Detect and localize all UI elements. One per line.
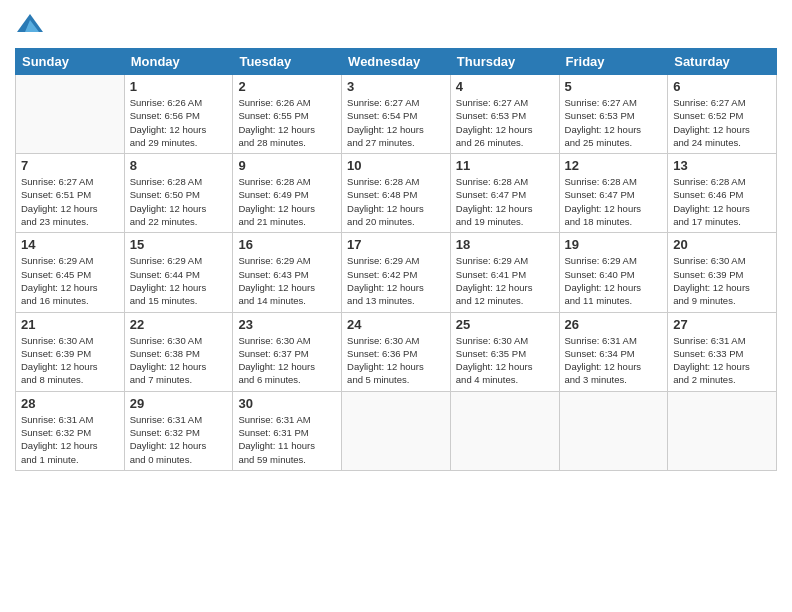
calendar-header: SundayMondayTuesdayWednesdayThursdayFrid… [16, 49, 777, 75]
day-number: 3 [347, 79, 445, 94]
day-number: 23 [238, 317, 336, 332]
calendar-cell: 16Sunrise: 6:29 AM Sunset: 6:43 PM Dayli… [233, 233, 342, 312]
logo [15, 10, 49, 40]
day-number: 25 [456, 317, 554, 332]
day-info: Sunrise: 6:30 AM Sunset: 6:38 PM Dayligh… [130, 334, 228, 387]
calendar-cell: 12Sunrise: 6:28 AM Sunset: 6:47 PM Dayli… [559, 154, 668, 233]
calendar-cell [668, 391, 777, 470]
day-number: 7 [21, 158, 119, 173]
week-row: 28Sunrise: 6:31 AM Sunset: 6:32 PM Dayli… [16, 391, 777, 470]
day-number: 29 [130, 396, 228, 411]
day-info: Sunrise: 6:29 AM Sunset: 6:44 PM Dayligh… [130, 254, 228, 307]
day-number: 27 [673, 317, 771, 332]
day-info: Sunrise: 6:30 AM Sunset: 6:39 PM Dayligh… [21, 334, 119, 387]
day-info: Sunrise: 6:30 AM Sunset: 6:36 PM Dayligh… [347, 334, 445, 387]
calendar-cell: 20Sunrise: 6:30 AM Sunset: 6:39 PM Dayli… [668, 233, 777, 312]
calendar-body: 1Sunrise: 6:26 AM Sunset: 6:56 PM Daylig… [16, 75, 777, 471]
day-number: 14 [21, 237, 119, 252]
day-info: Sunrise: 6:31 AM Sunset: 6:32 PM Dayligh… [130, 413, 228, 466]
week-row: 21Sunrise: 6:30 AM Sunset: 6:39 PM Dayli… [16, 312, 777, 391]
day-number: 19 [565, 237, 663, 252]
day-info: Sunrise: 6:31 AM Sunset: 6:34 PM Dayligh… [565, 334, 663, 387]
calendar-cell: 14Sunrise: 6:29 AM Sunset: 6:45 PM Dayli… [16, 233, 125, 312]
day-number: 1 [130, 79, 228, 94]
day-info: Sunrise: 6:29 AM Sunset: 6:40 PM Dayligh… [565, 254, 663, 307]
calendar-cell: 2Sunrise: 6:26 AM Sunset: 6:55 PM Daylig… [233, 75, 342, 154]
day-info: Sunrise: 6:31 AM Sunset: 6:33 PM Dayligh… [673, 334, 771, 387]
day-number: 28 [21, 396, 119, 411]
calendar-cell: 8Sunrise: 6:28 AM Sunset: 6:50 PM Daylig… [124, 154, 233, 233]
calendar-cell [342, 391, 451, 470]
day-number: 18 [456, 237, 554, 252]
day-info: Sunrise: 6:29 AM Sunset: 6:41 PM Dayligh… [456, 254, 554, 307]
calendar-cell: 10Sunrise: 6:28 AM Sunset: 6:48 PM Dayli… [342, 154, 451, 233]
day-info: Sunrise: 6:29 AM Sunset: 6:42 PM Dayligh… [347, 254, 445, 307]
header-friday: Friday [559, 49, 668, 75]
calendar-cell: 23Sunrise: 6:30 AM Sunset: 6:37 PM Dayli… [233, 312, 342, 391]
day-number: 5 [565, 79, 663, 94]
calendar-cell: 19Sunrise: 6:29 AM Sunset: 6:40 PM Dayli… [559, 233, 668, 312]
calendar-cell: 4Sunrise: 6:27 AM Sunset: 6:53 PM Daylig… [450, 75, 559, 154]
calendar-cell: 3Sunrise: 6:27 AM Sunset: 6:54 PM Daylig… [342, 75, 451, 154]
header-thursday: Thursday [450, 49, 559, 75]
day-number: 12 [565, 158, 663, 173]
day-number: 20 [673, 237, 771, 252]
calendar-cell: 1Sunrise: 6:26 AM Sunset: 6:56 PM Daylig… [124, 75, 233, 154]
calendar-cell: 6Sunrise: 6:27 AM Sunset: 6:52 PM Daylig… [668, 75, 777, 154]
day-info: Sunrise: 6:27 AM Sunset: 6:52 PM Dayligh… [673, 96, 771, 149]
calendar-cell [559, 391, 668, 470]
day-number: 6 [673, 79, 771, 94]
day-info: Sunrise: 6:28 AM Sunset: 6:50 PM Dayligh… [130, 175, 228, 228]
day-info: Sunrise: 6:30 AM Sunset: 6:35 PM Dayligh… [456, 334, 554, 387]
day-number: 2 [238, 79, 336, 94]
calendar: SundayMondayTuesdayWednesdayThursdayFrid… [15, 48, 777, 471]
calendar-cell: 30Sunrise: 6:31 AM Sunset: 6:31 PM Dayli… [233, 391, 342, 470]
calendar-cell: 11Sunrise: 6:28 AM Sunset: 6:47 PM Dayli… [450, 154, 559, 233]
day-info: Sunrise: 6:30 AM Sunset: 6:37 PM Dayligh… [238, 334, 336, 387]
calendar-cell: 29Sunrise: 6:31 AM Sunset: 6:32 PM Dayli… [124, 391, 233, 470]
calendar-cell: 9Sunrise: 6:28 AM Sunset: 6:49 PM Daylig… [233, 154, 342, 233]
day-number: 8 [130, 158, 228, 173]
calendar-cell: 18Sunrise: 6:29 AM Sunset: 6:41 PM Dayli… [450, 233, 559, 312]
page: SundayMondayTuesdayWednesdayThursdayFrid… [0, 0, 792, 612]
day-number: 26 [565, 317, 663, 332]
day-info: Sunrise: 6:28 AM Sunset: 6:46 PM Dayligh… [673, 175, 771, 228]
calendar-cell [16, 75, 125, 154]
day-info: Sunrise: 6:29 AM Sunset: 6:43 PM Dayligh… [238, 254, 336, 307]
day-info: Sunrise: 6:27 AM Sunset: 6:51 PM Dayligh… [21, 175, 119, 228]
calendar-cell: 27Sunrise: 6:31 AM Sunset: 6:33 PM Dayli… [668, 312, 777, 391]
calendar-cell: 7Sunrise: 6:27 AM Sunset: 6:51 PM Daylig… [16, 154, 125, 233]
header-monday: Monday [124, 49, 233, 75]
day-number: 21 [21, 317, 119, 332]
calendar-cell: 26Sunrise: 6:31 AM Sunset: 6:34 PM Dayli… [559, 312, 668, 391]
calendar-cell: 24Sunrise: 6:30 AM Sunset: 6:36 PM Dayli… [342, 312, 451, 391]
day-number: 11 [456, 158, 554, 173]
day-info: Sunrise: 6:28 AM Sunset: 6:49 PM Dayligh… [238, 175, 336, 228]
day-number: 9 [238, 158, 336, 173]
calendar-cell: 15Sunrise: 6:29 AM Sunset: 6:44 PM Dayli… [124, 233, 233, 312]
logo-icon [15, 10, 45, 40]
week-row: 7Sunrise: 6:27 AM Sunset: 6:51 PM Daylig… [16, 154, 777, 233]
day-number: 30 [238, 396, 336, 411]
day-number: 10 [347, 158, 445, 173]
calendar-cell: 25Sunrise: 6:30 AM Sunset: 6:35 PM Dayli… [450, 312, 559, 391]
day-info: Sunrise: 6:28 AM Sunset: 6:47 PM Dayligh… [565, 175, 663, 228]
day-info: Sunrise: 6:28 AM Sunset: 6:48 PM Dayligh… [347, 175, 445, 228]
day-number: 24 [347, 317, 445, 332]
day-number: 16 [238, 237, 336, 252]
week-row: 14Sunrise: 6:29 AM Sunset: 6:45 PM Dayli… [16, 233, 777, 312]
day-info: Sunrise: 6:27 AM Sunset: 6:53 PM Dayligh… [565, 96, 663, 149]
day-info: Sunrise: 6:31 AM Sunset: 6:31 PM Dayligh… [238, 413, 336, 466]
day-info: Sunrise: 6:27 AM Sunset: 6:54 PM Dayligh… [347, 96, 445, 149]
day-number: 22 [130, 317, 228, 332]
day-info: Sunrise: 6:30 AM Sunset: 6:39 PM Dayligh… [673, 254, 771, 307]
day-number: 15 [130, 237, 228, 252]
calendar-cell: 28Sunrise: 6:31 AM Sunset: 6:32 PM Dayli… [16, 391, 125, 470]
calendar-cell: 21Sunrise: 6:30 AM Sunset: 6:39 PM Dayli… [16, 312, 125, 391]
day-number: 4 [456, 79, 554, 94]
calendar-cell [450, 391, 559, 470]
day-info: Sunrise: 6:26 AM Sunset: 6:55 PM Dayligh… [238, 96, 336, 149]
header-tuesday: Tuesday [233, 49, 342, 75]
header [15, 10, 777, 40]
week-row: 1Sunrise: 6:26 AM Sunset: 6:56 PM Daylig… [16, 75, 777, 154]
